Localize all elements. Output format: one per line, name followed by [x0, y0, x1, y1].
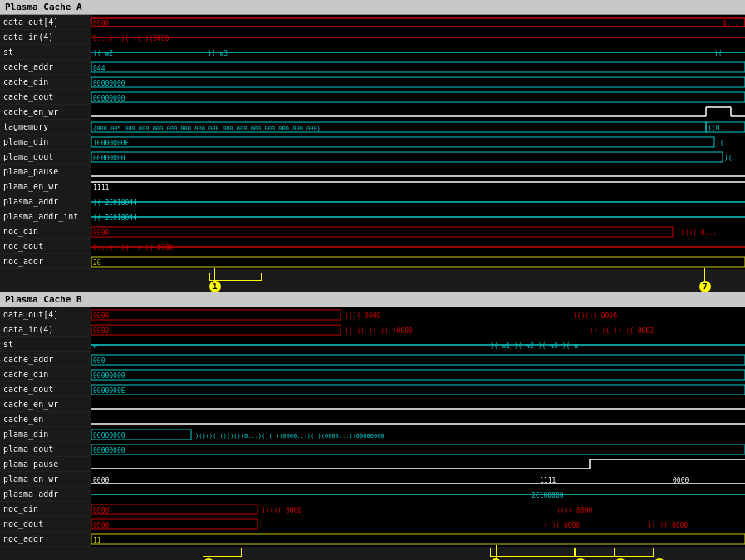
signal-row: data_out[4] 0000 0...	[0, 15, 745, 30]
svg-text:11: 11	[93, 537, 101, 544]
svg-text:00000000: 00000000	[93, 155, 125, 162]
signal-name: data_in(4)	[0, 322, 91, 336]
signal-name: data_in(4)	[0, 30, 91, 44]
svg-text:0000: 0000	[93, 522, 109, 529]
signal-row: plama_din 10000000F )(	[0, 135, 745, 150]
signal-name: st	[0, 337, 91, 351]
signal-wave: 0000 ))()( 0...	[91, 224, 745, 239]
signal-row: plama_pause	[0, 457, 745, 472]
signal-row: plama_pause	[0, 165, 745, 179]
svg-text:)( w2: )( w2	[93, 50, 113, 57]
signal-row: plama_din 00000000 )()()()()()()(0...)()…	[0, 427, 745, 442]
signal-row: noc_addr 20	[0, 254, 745, 269]
section-b: Plasma Cache B data_out[4] 0000 )()( 000…	[0, 292, 745, 560]
svg-text:00000000: 00000000	[93, 372, 125, 380]
signal-wave: 10000000F )(	[91, 135, 745, 150]
signal-name: plama_en_wr	[0, 179, 91, 194]
svg-text:044: 044	[93, 65, 105, 72]
svg-text:)(: )(	[714, 50, 723, 57]
svg-text:0...)(  )(  )(  )( 0000: 0...)( )( )( )( 0000	[93, 244, 174, 252]
svg-rect-85	[91, 534, 745, 544]
svg-text:0...: 0...	[723, 20, 738, 27]
signal-row: st )( w2 )( w3 )(	[0, 45, 745, 60]
signal-wave: 00000000	[91, 367, 745, 382]
signal-name: cache_din	[0, 367, 91, 381]
svg-text:10000000F: 10000000F	[93, 140, 130, 147]
svg-text:00000000: 00000000	[93, 80, 125, 87]
svg-text:0000: 0000	[93, 507, 109, 514]
signal-name: noc_dout	[0, 517, 91, 531]
svg-text:0000: 0000	[673, 477, 689, 484]
signal-wave	[91, 165, 745, 179]
signal-wave	[91, 412, 745, 427]
signal-wave: 00000000	[91, 75, 745, 90]
signal-row: plasma_addr )( 2C010044	[0, 194, 745, 209]
section-a: Plasma Cache A data_out[4] 0000 0... dat…	[0, 0, 745, 292]
signal-name: noc_dout	[0, 239, 91, 253]
svg-text:)( 2C010044: )( 2C010044	[93, 214, 137, 222]
signal-row: st w )( w1 )( w2 )( w3 )( w	[0, 337, 745, 352]
section-b-signals: data_out[4] 0000 )()( 0000 )()()( 0000 d…	[0, 307, 745, 547]
svg-text:0000: 0000	[93, 312, 109, 320]
svg-text:)( )( )( )( (0000: )( )( )( )( (0000	[345, 327, 413, 335]
signal-row: plasma_addr_int )( 2C010044	[0, 209, 745, 224]
signal-row: plasma_addr 2C100000	[0, 487, 745, 502]
signal-wave: 00000000 )(	[91, 150, 745, 165]
svg-rect-48	[91, 325, 341, 335]
svg-text:0000: 0000	[93, 20, 109, 27]
svg-text:)( w1  )( w2  )( w3  )( w: )( w1 )( w2 )( w3 )( w	[490, 342, 578, 350]
signal-wave: {000.005.000.000.000.000.000.000.000.000…	[91, 120, 745, 135]
svg-text:)(: )(	[724, 155, 733, 162]
svg-text:1111: 1111	[93, 184, 109, 192]
svg-text:)(0...: )(0...	[708, 125, 732, 132]
svg-rect-44	[91, 310, 341, 320]
signal-row: cache_addr 044	[0, 60, 745, 75]
section-a-header: Plasma Cache A	[0, 0, 745, 15]
signal-name: plama_pause	[0, 457, 91, 471]
svg-text:20: 20	[93, 259, 101, 267]
signal-row: plama_en_wr 0000 1111 0000	[0, 472, 745, 487]
signal-row: plama_en_wr 1111	[0, 179, 745, 194]
svg-text:)()( 0000: )()( 0000	[556, 507, 593, 514]
signal-row: cache_addr 000	[0, 352, 745, 367]
signal-name: cache_en_wr	[0, 397, 91, 411]
svg-text:))()(  0...: ))()( 0...	[677, 229, 717, 237]
signal-name: data_out[4]	[0, 15, 91, 29]
signal-name: plama_en_wr	[0, 472, 91, 486]
svg-text:{000.005.000.000.000.000.000.0: {000.005.000.000.000.000.000.000.000.000…	[93, 125, 321, 132]
signal-wave: w )( w1 )( w2 )( w3 )( w	[91, 337, 745, 352]
signal-row: data_out[4] 0000 )()( 0000 )()()( 0000	[0, 307, 745, 322]
signal-wave: )( w2 )( w3 )(	[91, 45, 745, 60]
svg-text:))()(  0000: ))()( 0000	[262, 507, 301, 514]
svg-text:)( w3: )( w3	[208, 50, 228, 57]
signal-row: noc_din 0000 ))()( 0000 )()( 0000	[0, 502, 745, 517]
signal-wave: 2C100000	[91, 487, 745, 502]
svg-text:00000000: 00000000	[93, 447, 125, 454]
svg-text:000: 000	[93, 357, 105, 365]
svg-rect-57	[91, 370, 745, 380]
signal-row: cache_din 00000000	[0, 367, 745, 382]
svg-text:)(: )(	[716, 140, 724, 147]
signal-name: plama_dout	[0, 442, 91, 456]
signal-row: plama_dout 00000000 )(	[0, 150, 745, 165]
signal-row: cache_en_wr	[0, 105, 745, 120]
signal-wave: 0002 )( )( )( )( (0000 )( )( )( )( 0002	[91, 322, 745, 337]
signal-name: plama_dout	[0, 150, 91, 164]
signal-wave: 0...)( )( )( )( 0000	[91, 239, 745, 254]
signal-wave: 0000 0...	[91, 15, 745, 30]
signal-row: noc_addr 11	[0, 532, 745, 547]
svg-text:0002: 0002	[93, 327, 109, 335]
signal-name: plama_din	[0, 135, 91, 149]
signal-wave: 0000 )( )( 0000 )( )( 0000	[91, 517, 745, 532]
signal-name: cache_din	[0, 75, 91, 89]
svg-text:)( )( )( )( 0002: )( )( )( )( 0002	[590, 327, 654, 335]
signal-name: noc_din	[0, 502, 91, 516]
signal-name: st	[0, 45, 91, 59]
signal-name: data_out[4]	[0, 307, 91, 322]
signal-name: plasma_addr	[0, 487, 91, 501]
signal-row: cache_en_wr	[0, 397, 745, 412]
signal-wave: 0000 1111 0000	[91, 472, 745, 487]
signal-wave	[91, 457, 745, 472]
signal-wave: )( 2C010044	[91, 194, 745, 209]
svg-rect-55	[91, 355, 745, 365]
